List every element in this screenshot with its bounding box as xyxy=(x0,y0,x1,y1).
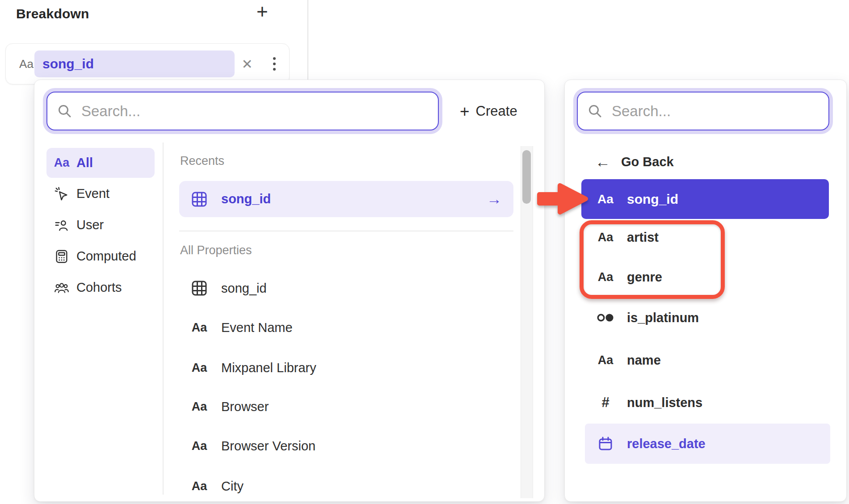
property-item-event-name[interactable]: Aa Event Name xyxy=(179,311,513,344)
kebab-menu-icon[interactable] xyxy=(265,44,284,84)
annotation-red-arrow-icon xyxy=(533,180,591,218)
breakdown-section-title: Breakdown xyxy=(16,6,89,21)
plus-icon: + xyxy=(460,103,470,120)
search-input[interactable] xyxy=(611,102,819,120)
property-detail-panel: ← Go Back Aa song_id Aa artist Aa genre … xyxy=(564,80,847,502)
property-item-genre[interactable]: Aa genre xyxy=(581,261,829,293)
text-type-icon: Aa xyxy=(54,156,69,170)
search-field-halo xyxy=(43,88,442,134)
all-properties-header: All Properties xyxy=(180,244,252,257)
text-type-icon: Aa xyxy=(191,400,208,414)
category-tab-user[interactable]: User xyxy=(46,210,155,240)
recent-property-song-id[interactable]: song_id → xyxy=(179,181,513,217)
text-type-icon: Aa xyxy=(597,231,614,244)
table-grid-icon xyxy=(191,280,208,296)
sidebar-divider xyxy=(163,143,164,495)
people-group-icon xyxy=(54,280,69,295)
breakdown-chip-value[interactable]: song_id xyxy=(34,50,235,77)
category-tab-cohorts[interactable]: Cohorts xyxy=(46,273,155,302)
text-type-icon: Aa xyxy=(191,361,208,375)
table-grid-icon xyxy=(191,191,208,207)
property-item-release-date[interactable]: release_date xyxy=(585,424,830,464)
property-item-name[interactable]: Aa name xyxy=(581,344,829,376)
breakdown-chip[interactable]: Aa song_id ✕ xyxy=(5,43,290,84)
app-panel-divider xyxy=(307,0,308,80)
property-picker-panel: + Create Aa All Event User xyxy=(34,80,545,502)
property-item-song-id-selected[interactable]: Aa song_id xyxy=(581,179,829,219)
category-tab-computed[interactable]: Computed xyxy=(46,241,155,271)
property-item-song-id[interactable]: song_id xyxy=(179,272,513,305)
scrollbar-thumb[interactable] xyxy=(522,150,531,204)
text-type-icon: Aa xyxy=(191,479,208,493)
property-item-browser-version[interactable]: Aa Browser Version xyxy=(179,429,513,462)
go-back-button[interactable]: ← Go Back xyxy=(595,151,674,173)
user-profile-icon xyxy=(54,217,69,233)
category-tab-all[interactable]: Aa All xyxy=(46,148,155,178)
recents-header: Recents xyxy=(180,154,224,168)
text-type-icon: Aa xyxy=(191,321,208,335)
text-type-icon: Aa xyxy=(17,44,36,84)
search-icon xyxy=(588,104,603,119)
number-type-icon: # xyxy=(597,395,614,411)
event-cursor-icon xyxy=(54,186,69,202)
text-type-icon: Aa xyxy=(597,353,614,367)
boolean-type-icon xyxy=(597,312,614,323)
property-item-browser[interactable]: Aa Browser xyxy=(179,390,513,423)
search-input[interactable] xyxy=(80,102,428,120)
property-item-mixpanel-library[interactable]: Aa Mixpanel Library xyxy=(179,351,513,384)
drilldown-arrow-icon[interactable]: → xyxy=(487,190,502,208)
property-item-is-platinum[interactable]: is_platinum xyxy=(581,302,829,333)
property-item-num-listens[interactable]: # num_listens xyxy=(581,387,829,418)
add-breakdown-button[interactable]: + xyxy=(256,2,268,21)
calendar-icon xyxy=(597,436,614,451)
text-type-icon: Aa xyxy=(191,439,208,453)
create-property-button[interactable]: + Create xyxy=(460,101,517,121)
text-type-icon: Aa xyxy=(597,270,614,284)
text-type-icon: Aa xyxy=(597,192,614,206)
category-tab-event[interactable]: Event xyxy=(46,179,155,209)
calculator-icon xyxy=(54,248,69,265)
property-item-artist[interactable]: Aa artist xyxy=(581,222,829,253)
remove-breakdown-button[interactable]: ✕ xyxy=(236,44,258,84)
search-field-halo xyxy=(573,88,833,134)
back-arrow-icon: ← xyxy=(595,153,610,171)
search-icon xyxy=(57,104,72,119)
section-divider xyxy=(179,231,513,231)
property-item-city[interactable]: Aa City xyxy=(179,470,513,503)
